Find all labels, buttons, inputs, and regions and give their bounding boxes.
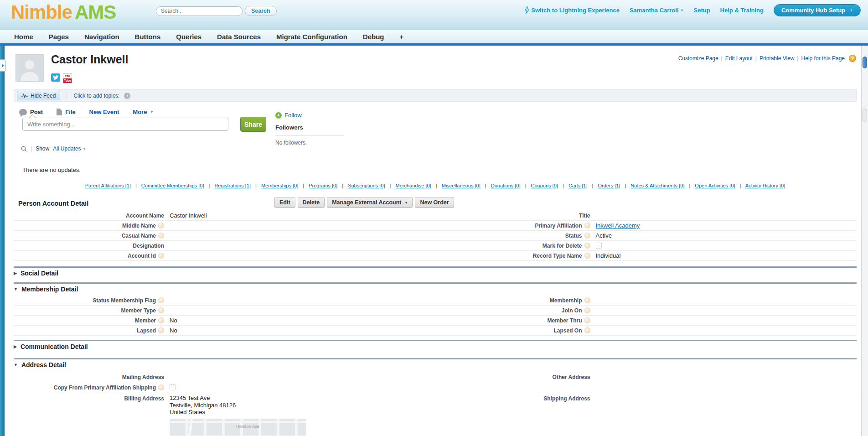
feed-filter-row: | Show All Updates ▼ (21, 145, 86, 152)
search-button[interactable]: Search (245, 6, 277, 16)
field-label: Middle Name (14, 223, 164, 229)
related-list-link[interactable]: Memberships [0] (261, 183, 298, 188)
follow-action[interactable]: + Follow (275, 112, 302, 119)
related-list-link[interactable]: Programs [0] (309, 183, 337, 188)
search-icon[interactable] (21, 146, 27, 152)
related-list-item: Orders [1] | (598, 183, 630, 188)
post-composer-input[interactable] (22, 118, 228, 131)
edit-layout-link[interactable]: Edit Layout (725, 55, 753, 62)
field-help-icon[interactable] (158, 233, 164, 239)
add-topics-link[interactable]: Click to add topics: (67, 93, 119, 99)
related-list-link[interactable]: Coupons [0] (531, 183, 558, 188)
tab[interactable]: Pages (41, 30, 77, 43)
field-help-icon[interactable] (158, 223, 164, 228)
user-menu[interactable]: Samantha Carroll ▼ (630, 7, 684, 14)
switch-to-lightning-link[interactable]: Switch to Lightning Experience (525, 6, 620, 14)
field-label: Member Thru (435, 317, 590, 324)
field-label-text: Account Name (126, 213, 164, 219)
tab[interactable]: + (392, 30, 411, 43)
manage-external-account-button[interactable]: Manage External Account ▼ (327, 197, 413, 208)
related-list-link[interactable]: Carts [1] (568, 183, 588, 188)
mark-for-delete-checkbox[interactable] (596, 243, 602, 249)
community-hub-setup-button[interactable]: Community Hub Setup ▼ (774, 4, 861, 16)
twitter-icon[interactable] (51, 73, 60, 82)
field-help-icon[interactable] (584, 317, 590, 323)
tab[interactable]: Buttons (127, 30, 169, 43)
field-help-icon[interactable] (584, 233, 590, 239)
related-list-link[interactable]: Open Activities [0] (695, 183, 735, 188)
section-title: Communication Detail (21, 343, 88, 350)
section-header-social-detail[interactable]: ▶ Social Detail (14, 270, 58, 277)
field-help-icon[interactable] (158, 253, 164, 259)
related-list-count: [0] (780, 183, 785, 188)
scrollbar-thumb[interactable] (863, 57, 867, 68)
field-help-icon[interactable] (158, 327, 164, 333)
field-help-icon[interactable] (158, 384, 164, 390)
printable-view-link[interactable]: Printable View (760, 55, 795, 62)
related-list-count: [1] (125, 183, 131, 188)
separator: | (739, 183, 741, 188)
related-list-link[interactable]: Activity History [0] (745, 183, 785, 188)
field-help-icon[interactable] (584, 223, 590, 228)
file-action[interactable]: File (57, 109, 75, 115)
field-help-icon[interactable] (584, 297, 590, 303)
setup-link[interactable]: Setup (693, 7, 710, 14)
customize-page-link[interactable]: Customize Page (678, 55, 718, 62)
related-list-count: [0] (332, 183, 337, 188)
primary-affiliation-link[interactable]: Inkwell Academy (596, 222, 640, 229)
field-label: Shipping Address (435, 394, 590, 402)
help-for-this-page-link[interactable]: Help for this Page (801, 55, 845, 62)
related-list-link[interactable]: Miscellaneous [0] (442, 183, 480, 188)
vertical-scrollbar[interactable] (861, 46, 868, 436)
field-help-icon[interactable] (584, 327, 590, 333)
section-header-address-detail[interactable]: ▼ Address Detail (14, 361, 66, 369)
related-list-link[interactable]: Notes & Attachments [0] (630, 183, 684, 188)
help-icon[interactable]: ? (849, 55, 856, 62)
related-list-link[interactable]: Registrations [1] (214, 183, 251, 188)
field-cell: Member Thru (435, 316, 857, 325)
page: NimbleAMS Search Switch to Lightning Exp… (0, 0, 868, 436)
field-label-text: Status Membership Flag (93, 297, 156, 304)
field-help-icon[interactable] (158, 297, 164, 303)
field-cell: Account Id (14, 251, 435, 260)
scrollbar-segment[interactable] (863, 109, 867, 122)
delete-button[interactable]: Delete (298, 197, 325, 208)
related-list-link[interactable]: Parent Affiliations [1] (85, 183, 131, 188)
section-header-communication-detail[interactable]: ▶ Communication Detail (14, 343, 88, 350)
field-label-text: Shipping Address (543, 395, 590, 402)
billing-address-map[interactable]: Henson Ave (170, 419, 306, 436)
info-icon[interactable]: i (124, 93, 130, 99)
help-training-link[interactable]: Help & Training (720, 7, 764, 14)
field-cell: Status Active (435, 231, 857, 240)
related-list-link[interactable]: Subscriptions [0] (348, 183, 385, 188)
tab[interactable]: Migrate Configuration (269, 30, 355, 43)
section-header-membership-detail[interactable]: ▼ Membership Detail (14, 285, 78, 293)
related-list-link[interactable]: Donations [0] (491, 183, 521, 188)
feed-filter-select[interactable]: All Updates ▼ (53, 145, 86, 152)
related-list-link[interactable]: Merchandise [0] (395, 183, 431, 188)
field-help-icon[interactable] (584, 307, 590, 313)
field-help-icon[interactable] (158, 317, 164, 323)
tab[interactable]: Queries (168, 30, 209, 43)
tab[interactable]: Data Sources (209, 30, 269, 43)
related-list-link[interactable]: Orders [1] (598, 183, 620, 188)
field-cell: Record Type Name Individual (435, 251, 857, 260)
tab[interactable]: Navigation (77, 30, 127, 43)
tab[interactable]: Home (6, 30, 41, 43)
sidebar-expand-tab[interactable] (0, 59, 6, 72)
field-help-icon[interactable] (584, 243, 590, 249)
new-event-action[interactable]: New Event (89, 109, 119, 115)
hide-feed-button[interactable]: Hide Feed (17, 91, 60, 100)
tab[interactable]: Debug (355, 30, 392, 43)
youtube-icon[interactable]: You Tube (63, 73, 72, 83)
post-action[interactable]: ··· Post (19, 109, 43, 115)
search-input[interactable] (156, 6, 243, 16)
more-actions-menu[interactable]: More ▼ (133, 109, 153, 115)
share-button[interactable]: Share (240, 117, 266, 132)
field-help-icon[interactable] (158, 307, 164, 313)
edit-button[interactable]: Edit (274, 197, 295, 208)
field-help-icon[interactable] (584, 253, 590, 259)
related-list-link[interactable]: Committee Memberships [0] (141, 183, 204, 188)
copy-from-primary-affiliation-shipping-checkbox[interactable] (170, 384, 176, 390)
new-order-button[interactable]: New Order (415, 197, 454, 208)
